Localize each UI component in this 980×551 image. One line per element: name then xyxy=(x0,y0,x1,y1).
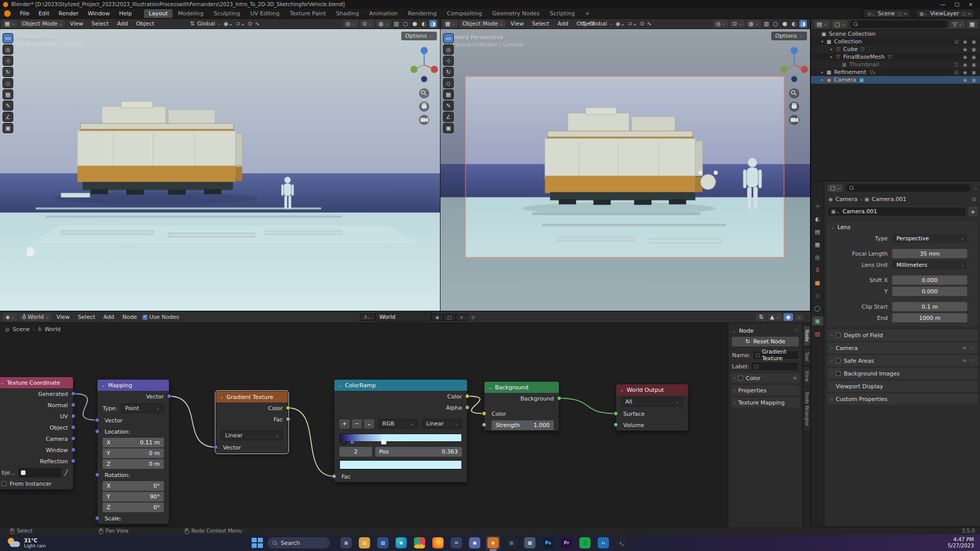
node-dropdown[interactable]: Linear⌄ xyxy=(221,431,283,440)
output-socket[interactable] xyxy=(71,414,76,418)
taskbar-search[interactable]: Search xyxy=(267,537,330,548)
visibility-icons[interactable]: ◉ ▣ xyxy=(963,55,978,60)
input-socket[interactable] xyxy=(332,474,336,479)
node-world-output[interactable]: ⌄World OutputAll⌄SurfaceVolume xyxy=(616,384,689,431)
zoom-button[interactable] xyxy=(789,88,799,98)
taskbar-app[interactable]: ♫ xyxy=(578,536,592,549)
input-socket[interactable] xyxy=(213,445,218,449)
taskbar-app[interactable]: Pr xyxy=(559,536,574,549)
outliner-search-input[interactable] xyxy=(850,20,947,28)
node-header[interactable]: ⌄Texture Coordinate xyxy=(0,377,73,388)
animate-dot[interactable]: · xyxy=(967,304,974,310)
output-socket[interactable] xyxy=(465,394,470,398)
gizmo-x-axis[interactable] xyxy=(801,66,808,73)
xray-toggle[interactable]: ▥ xyxy=(393,20,400,28)
proportional-edit-icon[interactable]: ⊙ xyxy=(248,20,252,27)
shading-mode-button[interactable]: ● xyxy=(411,20,419,28)
input-socket[interactable] xyxy=(482,411,486,416)
eyedropper-icon[interactable]: ╱ xyxy=(64,469,68,476)
shading-mode-button[interactable]: ◐ xyxy=(420,20,428,28)
ramp-add-button[interactable]: + xyxy=(339,419,350,429)
node-number-field[interactable]: Z0° xyxy=(103,503,164,512)
overlay-toggle-icon[interactable]: ◉ xyxy=(783,313,794,321)
ramp-menu-button[interactable]: ⌄ xyxy=(364,419,374,429)
input-socket[interactable] xyxy=(95,418,100,422)
properties-tab[interactable]: ◎ xyxy=(812,253,823,262)
workspace-tab[interactable]: Geometry Nodes xyxy=(487,9,544,18)
tool-button[interactable]: ▣ xyxy=(3,123,13,133)
shading-mode-button[interactable]: ◑ xyxy=(429,20,437,28)
shader-type-dropdown[interactable]: ♁ World⌄ xyxy=(19,313,51,321)
properties-tab[interactable]: ◐ xyxy=(812,214,823,223)
node-background[interactable]: ⌄BackgroundBackgroundColorStrength1.000 xyxy=(484,381,559,431)
fake-user-button[interactable]: ◆ xyxy=(431,314,443,321)
collapsed-panel[interactable]: › Camera ≡ ∷ xyxy=(827,342,977,354)
object-visibility-dropdown[interactable]: ◎⌄ xyxy=(343,20,358,28)
node-header[interactable]: ⌄ColorRamp xyxy=(334,380,467,391)
workspace-tab[interactable]: Shading xyxy=(332,9,364,18)
outliner-row[interactable]: ▾ ▦ Collection ☑ ◉ ▣ xyxy=(811,38,980,45)
properties-tab[interactable]: ▨ xyxy=(812,329,823,338)
sidebar-tab[interactable]: Node xyxy=(804,326,810,345)
overlays-dropdown[interactable]: ◍⌄ xyxy=(746,20,761,28)
tool-button[interactable]: ▭ xyxy=(3,33,13,43)
node-dropdown[interactable]: Point⌄ xyxy=(121,404,164,413)
breadcrumb-data[interactable]: Camera.001 xyxy=(872,196,906,203)
workspace-tab[interactable]: Sculpting xyxy=(209,9,244,18)
menu-item[interactable]: Edit xyxy=(34,9,53,18)
orientation-dropdown[interactable]: Global xyxy=(589,20,607,27)
input-socket[interactable] xyxy=(95,472,100,477)
outliner-row[interactable]: ▦ Thumbnail ☐ ◉ ▣ xyxy=(811,61,980,68)
new-collection-button[interactable]: ▦ xyxy=(967,20,977,28)
expand-arrow-icon[interactable]: ▸ xyxy=(828,55,835,59)
outliner-row[interactable]: ▸ ▦ Refinement ▽₂ ☑ ◉ ▣ xyxy=(811,68,980,76)
new-datablock-button[interactable]: ▢ xyxy=(443,314,456,321)
tool-button[interactable]: ∠ xyxy=(3,112,13,122)
property-value-field[interactable]: 0.000 xyxy=(892,287,967,296)
tool-button[interactable]: ▭ xyxy=(443,33,454,43)
expand-arrow-icon[interactable]: ▸ xyxy=(819,70,825,74)
node-number-field[interactable]: X0.11 m xyxy=(103,438,164,447)
navigation-gizmo[interactable] xyxy=(410,43,438,125)
panel-menu-icons[interactable]: ≡ ∷ xyxy=(963,358,974,363)
viewport-left-canvas[interactable]: User Perspective (1) Scene Collection | … xyxy=(0,29,440,311)
output-socket[interactable] xyxy=(71,391,76,396)
input-socket[interactable] xyxy=(482,422,486,427)
sidebar-tab[interactable]: Tool xyxy=(804,348,810,364)
editor-type-button[interactable]: ▦⌄ xyxy=(2,20,17,28)
taskbar-app[interactable]: ◎ xyxy=(504,536,519,549)
properties-tab[interactable]: ◯ xyxy=(812,304,823,313)
property-value-field[interactable]: 1000 m xyxy=(892,313,967,322)
use-nodes-checkbox[interactable] xyxy=(142,315,148,320)
panel-menu-icons[interactable]: ≡ ∷ xyxy=(963,345,974,350)
collapsed-panel[interactable]: › Viewport Display xyxy=(827,381,977,392)
gizmo-z-neg[interactable] xyxy=(421,76,427,82)
expand-arrow-icon[interactable]: ▸ xyxy=(819,78,825,82)
collapsed-panel[interactable]: › Safe Areas ≡ ∷ xyxy=(827,355,977,366)
pan-hand-button[interactable] xyxy=(789,102,799,112)
viewlayer-selector[interactable]: ▦⌄ViewLayer▢ × xyxy=(916,9,975,18)
menu-item[interactable]: Render xyxy=(55,9,83,18)
taskbar-app[interactable]: e xyxy=(394,536,408,549)
filter-dropdown[interactable]: ▽⌄ xyxy=(950,20,964,28)
pan-hand-button[interactable] xyxy=(419,102,429,112)
ramp-stop[interactable] xyxy=(350,439,355,444)
node-panel-header[interactable]: ⌄Node∷ xyxy=(731,325,800,336)
tool-button[interactable]: ◎ xyxy=(3,44,13,55)
output-socket[interactable] xyxy=(71,425,76,430)
taskbar-app[interactable]: ⊚ xyxy=(486,536,500,549)
viewport-menu[interactable]: Object xyxy=(133,20,157,28)
output-socket[interactable] xyxy=(167,394,172,398)
tool-button[interactable]: ⊹ xyxy=(443,56,454,66)
overlay-dropdown-icon[interactable]: ⌄ xyxy=(795,314,803,320)
ramp-remove-button[interactable]: − xyxy=(352,419,362,429)
gizmo-z-axis[interactable] xyxy=(791,47,798,54)
shading-mode-button[interactable]: ○ xyxy=(772,20,779,28)
taskbar-app[interactable]: ◉ xyxy=(468,536,482,549)
parent-navigate-icon[interactable]: ⇅ xyxy=(756,313,766,321)
taskbar-app[interactable] xyxy=(431,536,445,549)
sidebar-tab[interactable]: View xyxy=(804,367,810,385)
workspace-tab[interactable]: Compositing xyxy=(443,9,487,18)
properties-tab[interactable]: ◇ xyxy=(812,291,823,300)
minimize-button[interactable]: — xyxy=(940,2,945,7)
